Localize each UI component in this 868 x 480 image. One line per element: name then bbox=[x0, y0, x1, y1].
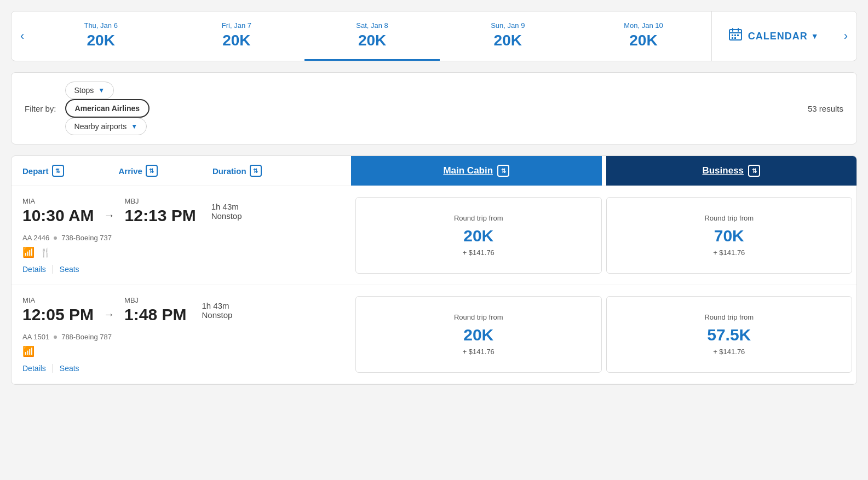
separator bbox=[54, 236, 57, 240]
date-tab[interactable]: Sun, Jan 9 20K bbox=[440, 11, 576, 61]
date-selector-bar: ‹ Thu, Jan 6 20K Fri, Jan 7 20K Sat, Jan… bbox=[11, 11, 857, 61]
depart-airport: MIA bbox=[22, 296, 94, 304]
filter-chevron-icon: ▼ bbox=[131, 123, 137, 130]
flight-meta: AA 1501 788-Boeing 787 bbox=[22, 333, 340, 341]
main-cabin-miles: 20K bbox=[463, 326, 493, 344]
flight-times: MIA 12:05 PM → MBJ 1:48 PM 1h 43m Nonsto… bbox=[22, 296, 340, 324]
arrive-time: 1:48 PM bbox=[124, 305, 186, 324]
business-price-cell[interactable]: Round trip from 70K + $141.76 bbox=[606, 197, 853, 274]
filter-bar: Filter by: Stops▼American AirlinesNearby… bbox=[11, 72, 857, 144]
wifi-icon: 📶 bbox=[22, 345, 35, 357]
details-button[interactable]: Details bbox=[22, 364, 46, 373]
next-date-button[interactable]: › bbox=[835, 11, 856, 61]
svg-rect-4 bbox=[732, 34, 733, 36]
filter-button[interactable]: Stops▼ bbox=[65, 82, 114, 99]
svg-rect-5 bbox=[734, 34, 736, 36]
date-tab[interactable]: Sat, Jan 8 20K bbox=[304, 11, 440, 61]
calendar-icon bbox=[728, 27, 743, 45]
flight-number: AA 1501 bbox=[22, 333, 49, 341]
depart-sort-button[interactable]: Depart ⇅ bbox=[22, 165, 64, 177]
depart-sort-icon: ⇅ bbox=[52, 165, 64, 177]
seats-button[interactable]: Seats bbox=[60, 364, 79, 373]
date-tab[interactable]: Fri, Jan 7 20K bbox=[169, 11, 304, 61]
stops-text: Nonstop bbox=[202, 310, 232, 320]
duration-section: 1h 43m Nonstop bbox=[202, 301, 232, 320]
prev-date-button[interactable]: ‹ bbox=[12, 11, 33, 61]
flight-number: AA 2446 bbox=[22, 234, 49, 242]
arrive-airport: MBJ bbox=[124, 296, 186, 304]
arrive-info: MBJ 12:13 PM bbox=[125, 197, 196, 225]
business-round-trip-label: Round trip from bbox=[704, 214, 754, 222]
duration-sort-icon: ⇅ bbox=[250, 165, 262, 177]
arrive-sort-icon: ⇅ bbox=[146, 165, 158, 177]
separator bbox=[54, 336, 57, 339]
flight-actions: Details Seats bbox=[22, 265, 340, 274]
business-cash: + $141.76 bbox=[713, 348, 745, 356]
date-tab-label: Thu, Jan 6 bbox=[84, 21, 117, 30]
main-cabin-round-trip-label: Round trip from bbox=[454, 214, 503, 222]
food-icon: 🍴 bbox=[40, 247, 51, 258]
wifi-icon: 📶 bbox=[22, 246, 35, 258]
business-cash: + $141.76 bbox=[713, 248, 745, 257]
calendar-chevron-icon: ▼ bbox=[811, 32, 819, 41]
arrow-icon: → bbox=[104, 308, 114, 321]
flight-actions: Details Seats bbox=[22, 364, 340, 373]
arrive-sort-button[interactable]: Arrive ⇅ bbox=[119, 165, 158, 177]
date-tabs: Thu, Jan 6 20K Fri, Jan 7 20K Sat, Jan 8… bbox=[33, 11, 711, 61]
main-cabin-header[interactable]: Main Cabin ⇅ bbox=[351, 156, 602, 186]
main-cabin-sort-icon: ⇅ bbox=[497, 165, 509, 177]
business-price-cell[interactable]: Round trip from 57.5K + $141.76 bbox=[606, 296, 853, 373]
filter-label-text: American Airlines bbox=[75, 104, 140, 113]
filter-label-text: Stops bbox=[74, 86, 94, 95]
business-miles: 57.5K bbox=[707, 326, 751, 344]
duration-text: 1h 43m bbox=[211, 202, 242, 211]
arrive-info: MBJ 1:48 PM bbox=[124, 296, 186, 324]
main-cabin-round-trip-label: Round trip from bbox=[454, 313, 503, 321]
results-area: Depart ⇅ Arrive ⇅ Duration ⇅ Main Cabin … bbox=[11, 155, 857, 385]
business-header[interactable]: Business ⇅ bbox=[606, 156, 857, 186]
arrow-icon: → bbox=[104, 209, 115, 222]
date-tab[interactable]: Thu, Jan 6 20K bbox=[33, 11, 169, 61]
date-tab[interactable]: Mon, Jan 10 20K bbox=[576, 11, 711, 61]
left-column-headers: Depart ⇅ Arrive ⇅ Duration ⇅ bbox=[12, 156, 351, 186]
calendar-section[interactable]: CALENDAR ▼ bbox=[711, 11, 835, 61]
action-divider bbox=[53, 364, 53, 373]
filter-button[interactable]: Nearby airports▼ bbox=[65, 118, 147, 135]
details-button[interactable]: Details bbox=[22, 265, 46, 274]
date-tab-price: 20K bbox=[494, 32, 522, 49]
depart-airport: MIA bbox=[22, 197, 94, 205]
results-count: 53 results bbox=[808, 104, 843, 113]
action-divider bbox=[53, 265, 53, 274]
main-cabin-cash: + $141.76 bbox=[463, 248, 495, 257]
filter-chevron-icon: ▼ bbox=[98, 86, 105, 94]
flight-meta: AA 2446 738-Boeing 737 bbox=[22, 234, 340, 242]
seats-button[interactable]: Seats bbox=[60, 265, 79, 274]
flights-container: MIA 10:30 AM → MBJ 12:13 PM 1h 43m Nonst… bbox=[12, 186, 856, 384]
main-cabin-miles: 20K bbox=[463, 227, 493, 245]
filter-label: Filter by: bbox=[25, 104, 56, 113]
depart-time: 12:05 PM bbox=[22, 305, 94, 324]
duration-sort-button[interactable]: Duration ⇅ bbox=[212, 165, 262, 177]
svg-rect-7 bbox=[732, 37, 733, 39]
flight-amenities: 📶🍴 bbox=[22, 246, 340, 258]
date-tab-label: Fri, Jan 7 bbox=[222, 21, 251, 30]
filters-container: Stops▼American AirlinesNearby airports▼ bbox=[65, 82, 156, 135]
date-tab-label: Sat, Jan 8 bbox=[356, 21, 388, 30]
main-cabin-price-cell[interactable]: Round trip from 20K + $141.76 bbox=[355, 296, 602, 373]
business-miles: 70K bbox=[714, 227, 744, 245]
column-headers: Depart ⇅ Arrive ⇅ Duration ⇅ Main Cabin … bbox=[12, 156, 856, 186]
duration-section: 1h 43m Nonstop bbox=[211, 202, 242, 221]
date-tab-label: Mon, Jan 10 bbox=[624, 21, 663, 30]
main-container: ‹ Thu, Jan 6 20K Fri, Jan 7 20K Sat, Jan… bbox=[0, 0, 868, 396]
main-cabin-price-cell[interactable]: Round trip from 20K + $141.76 bbox=[355, 197, 602, 274]
date-tab-label: Sun, Jan 9 bbox=[491, 21, 525, 30]
date-tab-price: 20K bbox=[222, 32, 250, 49]
date-tab-price: 20K bbox=[629, 32, 657, 49]
stops-text: Nonstop bbox=[211, 211, 242, 221]
business-round-trip-label: Round trip from bbox=[704, 313, 754, 321]
date-tab-price: 20K bbox=[87, 32, 114, 49]
main-cabin-cash: + $141.76 bbox=[463, 348, 495, 356]
filter-button[interactable]: American Airlines bbox=[65, 99, 150, 118]
aircraft-type: 788-Boeing 787 bbox=[61, 333, 112, 341]
flight-amenities: 📶 bbox=[22, 345, 340, 357]
